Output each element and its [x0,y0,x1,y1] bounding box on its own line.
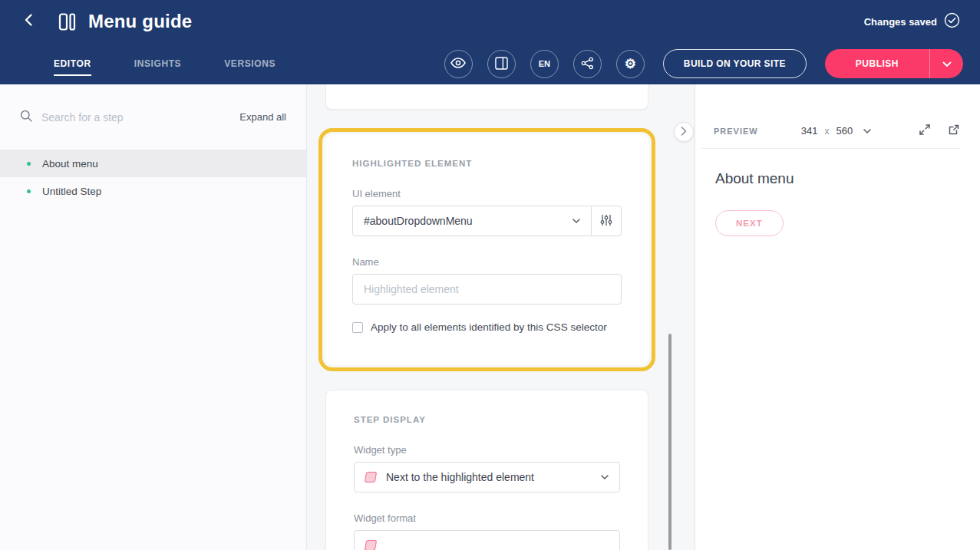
ui-element-value: #aboutDropdownMenu [364,215,473,227]
share-button[interactable] [573,50,602,78]
eye-icon [450,58,466,70]
section-title: STEP DISPLAY [354,415,620,424]
app-window: Menu guide Changes saved EDITOR INSIGHTS… [0,0,980,550]
highlighted-element-card: HIGHLIGHTED ELEMENT UI element #aboutDro… [325,134,649,365]
preview-size-select[interactable]: 341 x 560 [801,125,871,137]
highlighted-card-ring: HIGHLIGHTED ELEMENT UI element #aboutDro… [318,128,655,371]
preview-height-value: 560 [836,125,853,137]
expand-diagonal-icon [919,124,931,138]
widget-format-label: Widget format [354,512,620,524]
check-circle-icon [944,12,960,31]
chevron-down-icon [572,219,580,223]
widget-type-value: Next to the highlighted element [386,471,534,483]
publish-split-button: PUBLISH [825,49,963,78]
share-icon [581,57,594,71]
preview-actions [902,124,960,138]
open-in-new-icon [948,124,960,138]
preview-width-value: 341 [801,125,818,137]
preview-title: PREVIEW [714,127,758,136]
sliders-icon [600,214,612,229]
header-title-row: Menu guide Changes saved [0,0,980,43]
top-header: Menu guide Changes saved EDITOR INSIGHTS… [0,0,980,84]
widget-format-select[interactable] [354,530,620,550]
widget-type-select[interactable]: Next to the highlighted element [354,462,620,492]
search-icon [20,110,32,125]
steps-sidebar: Expand all About menu Untitled Step [0,84,307,550]
layout-panel-button[interactable] [487,50,516,78]
step-item-label: Untitled Step [42,186,101,197]
preview-next-button[interactable]: NEXT [715,210,784,236]
apply-all-checkbox[interactable] [352,322,363,333]
chevron-right-icon [681,127,687,138]
widget-type-icon [365,472,377,482]
expand-all-link[interactable]: Expand all [239,111,286,123]
header-tabs: EDITOR INSIGHTS VERSIONS [54,58,318,69]
step-list: About menu Untitled Step [0,150,306,205]
tab-insights[interactable]: INSIGHTS [134,58,181,69]
expand-preview-button[interactable] [919,124,931,138]
previous-card-partial [325,84,648,110]
layout-panel-icon [495,57,508,71]
widget-format-icon [365,540,377,550]
ui-element-select[interactable]: #aboutDropdownMenu [352,206,592,236]
main-scrollbar[interactable] [668,334,671,550]
back-button[interactable] [18,11,40,32]
tab-versions[interactable]: VERSIONS [224,58,276,69]
page-title: Menu guide [88,11,192,32]
search-step-input[interactable] [41,111,239,124]
build-on-your-site-button[interactable]: BUILD ON YOUR SITE [663,49,807,78]
language-button[interactable]: EN [530,50,559,78]
chevron-left-icon [21,12,37,31]
preview-step-title: About menu [715,170,960,187]
highlighted-element-name-input[interactable] [352,274,622,305]
step-item-about-menu[interactable]: About menu [0,150,306,177]
section-title: HIGHLIGHTED ELEMENT [352,159,622,168]
step-status-dot [27,189,31,193]
apply-all-checkbox-row: Apply to all elements identified by this… [352,321,622,333]
step-display-card: STEP DISPLAY Widget type Next to the hig… [325,390,648,550]
chevron-down-icon [863,129,871,133]
name-label: Name [352,256,622,268]
step-status-dot [27,162,31,166]
preview-panel: PREVIEW 341 x 560 [695,84,980,550]
preview-eye-button[interactable] [444,50,473,78]
app-body: Expand all About menu Untitled Step HIGH… [0,84,980,550]
chevron-down-icon [601,475,609,479]
app-logo-icon [57,12,78,32]
open-in-new-button[interactable] [948,124,960,138]
chevron-down-icon [942,58,952,70]
preview-header: PREVIEW 341 x 560 [701,114,960,149]
ui-element-select-group: #aboutDropdownMenu [352,206,622,236]
settings-button[interactable]: ⚙ [616,50,645,78]
changes-saved-status: Changes saved [864,16,937,28]
step-editor-main: HIGHLIGHTED ELEMENT UI element #aboutDro… [307,84,695,550]
step-item-untitled-step[interactable]: Untitled Step [0,177,306,205]
step-item-label: About menu [42,158,98,170]
publish-dropdown-button[interactable] [929,49,963,78]
tab-editor[interactable]: EDITOR [54,58,91,69]
step-search-row: Expand all [0,84,306,150]
gear-icon: ⚙ [625,58,636,71]
preview-content: About menu NEXT [695,149,980,258]
collapse-panel-button[interactable] [674,122,694,142]
ui-element-label: UI element [352,188,622,199]
widget-type-label: Widget type [354,444,620,456]
publish-button[interactable]: PUBLISH [825,49,929,78]
size-separator: x [824,126,829,137]
element-picker-settings-button[interactable] [591,206,622,236]
apply-all-checkbox-label: Apply to all elements identified by this… [371,321,607,333]
header-toolbar-row: EDITOR INSIGHTS VERSIONS EN [0,43,980,84]
